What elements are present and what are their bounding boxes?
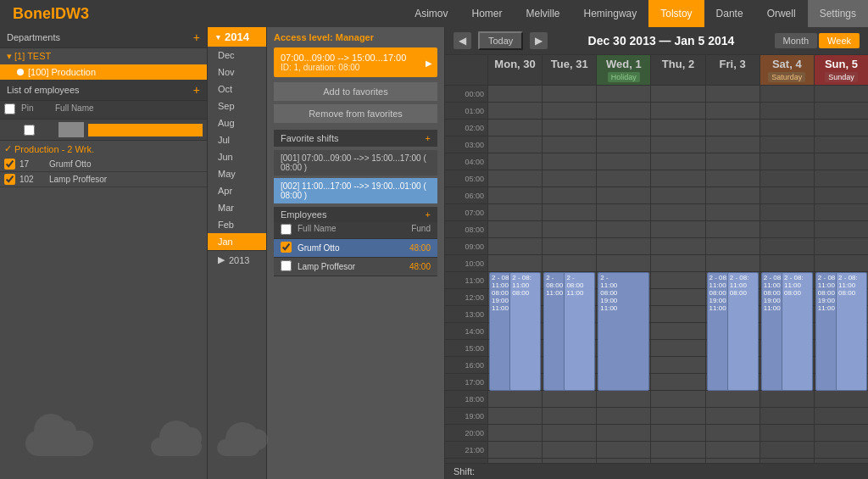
day-cell — [706, 187, 760, 204]
departments-add-btn[interactable]: + — [193, 31, 200, 44]
dept-test[interactable]: ▾ [1] TEST — [0, 48, 207, 64]
day-cell — [488, 425, 542, 442]
month-item-nov[interactable]: Nov — [208, 64, 266, 81]
shift-block[interactable]: 2 -11:0008:0019:0011:00 — [598, 272, 649, 391]
month-item-jun[interactable]: Jun — [208, 148, 266, 165]
day-cell — [488, 442, 542, 459]
emp-mini-row[interactable]: Lamp Proffesor 48:00 — [274, 258, 437, 276]
month-item-jul[interactable]: Jul — [208, 131, 266, 148]
shift-block-2[interactable]: 2 -08:0011:00 — [564, 272, 595, 391]
day-cell — [706, 204, 760, 221]
day-cell — [597, 459, 650, 463]
emp-mini-row[interactable]: Grumf Otto 48:00 — [274, 239, 437, 258]
month-item-apr[interactable]: Apr — [208, 182, 266, 199]
emp-mini-checkbox[interactable] — [281, 242, 292, 253]
day-cell — [597, 408, 650, 425]
add-to-favorites-btn[interactable]: Add to favorites — [274, 82, 437, 101]
emp-mini-row-fund: 48:00 — [388, 243, 431, 253]
day-label: Tue, 31 — [544, 58, 594, 70]
day-cell — [651, 136, 704, 153]
emp-mini-select-all[interactable] — [281, 224, 292, 235]
year-2014-selector[interactable]: ▾ 2014 — [208, 27, 266, 47]
shift-block-2[interactable]: 2 - 08:11:0008:00 — [727, 272, 759, 391]
day-cell — [488, 103, 542, 120]
cal-day-header-2: Wed, 1Holiday — [596, 55, 650, 85]
month-item-dec[interactable]: Dec — [208, 47, 266, 64]
shift-box[interactable]: 07:00...09:00 --> 15:00...17:00 ID: 1, d… — [274, 47, 437, 77]
day-cell — [597, 238, 650, 255]
select-all-checkbox[interactable] — [4, 103, 15, 114]
time-slot: 03:00 — [445, 136, 487, 153]
nav-tab-hemingway[interactable]: Hemingway — [572, 0, 649, 27]
month-item-aug[interactable]: Aug — [208, 114, 266, 131]
shift-block-2[interactable]: 2 - 08:11:0008:00 — [509, 272, 541, 391]
emp-checkbox[interactable] — [4, 159, 15, 170]
month-item-jan[interactable]: Jan — [208, 233, 266, 250]
day-cell — [815, 408, 868, 425]
nav-tab-tolstoy[interactable]: Tolstoy — [648, 0, 704, 27]
day-label: Mon, 30 — [490, 58, 540, 70]
time-slot: 20:00 — [445, 425, 487, 442]
cal-month-btn[interactable]: Month — [775, 33, 818, 48]
day-cell — [706, 136, 760, 153]
cal-prev-btn[interactable]: ◀ — [453, 32, 471, 49]
day-cell — [815, 442, 868, 459]
fav-expand-icon[interactable]: + — [426, 133, 431, 143]
remove-from-favorites-btn[interactable]: Remove from favorites — [274, 104, 437, 123]
nav-tab-homer[interactable]: Homer — [460, 0, 515, 27]
month-item-feb[interactable]: Feb — [208, 216, 266, 233]
day-col-5: 2 - 08:11:0008:0019:0011:002 - 08:11:000… — [760, 86, 814, 463]
emp-name: Grumf Otto — [49, 159, 203, 169]
cal-week-btn[interactable]: Week — [819, 33, 860, 48]
month-item-mar[interactable]: Mar — [208, 199, 266, 216]
emp-checkbox[interactable] — [4, 174, 15, 185]
nav-tab-orwell[interactable]: Orwell — [755, 0, 808, 27]
nav-tab-melville[interactable]: Melville — [515, 0, 572, 27]
day-cell — [815, 391, 868, 408]
time-slot: 16:00 — [445, 357, 487, 374]
nav-tab-asimov[interactable]: Asimov — [403, 0, 459, 27]
fav-item-1[interactable]: [002] 11:00...17:00 -->> 19:00...01:00 (… — [274, 178, 437, 203]
day-cell — [651, 187, 704, 204]
time-slot: 19:00 — [445, 408, 487, 425]
day-cell — [760, 103, 814, 120]
day-cell — [651, 442, 704, 459]
employees-add-btn[interactable]: + — [193, 83, 200, 97]
cal-days-header: Mon, 30Tue, 31Wed, 1HolidayThu, 2Fri, 3S… — [445, 55, 868, 86]
pin-col-header: Pin — [21, 103, 55, 116]
name-col-header: Full Name — [55, 103, 203, 116]
cal-today-btn[interactable]: Today — [478, 31, 523, 50]
fav-header: Favorite shifts + — [274, 130, 437, 147]
day-cell — [815, 86, 868, 103]
dept-production[interactable]: [100] Production — [0, 64, 207, 80]
time-slot: 07:00 — [445, 204, 487, 221]
shift-block-line: 2 - — [600, 274, 647, 281]
emp-mini-row-name: Lamp Proffesor — [298, 262, 388, 271]
day-cell — [760, 204, 814, 221]
shift-block-2[interactable]: 2 - 08:11:0008:00 — [836, 272, 867, 391]
fav-item-0[interactable]: [001] 07:00...09:00 -->> 15:00...17:00 (… — [274, 150, 437, 175]
day-col-3 — [650, 86, 704, 463]
day-cell — [706, 408, 760, 425]
emp-mini-expand[interactable]: + — [426, 209, 431, 220]
year-2013-selector[interactable]: ▶ 2013 — [208, 250, 266, 269]
month-item-oct[interactable]: Oct — [208, 81, 266, 97]
search-check[interactable] — [4, 125, 54, 136]
nav-tab-dante[interactable]: Dante — [704, 0, 755, 27]
day-cell — [488, 120, 542, 136]
emp-mini-row-fund: 48:00 — [388, 262, 431, 271]
cal-next-btn[interactable]: ▶ — [530, 32, 548, 49]
month-item-sep[interactable]: Sep — [208, 97, 266, 114]
month-item-may[interactable]: May — [208, 165, 266, 182]
time-column: 00:0001:0002:0003:0004:0005:0006:0007:00… — [445, 86, 487, 463]
day-cell — [597, 255, 650, 272]
shift-block-2[interactable]: 2 - 08:11:0008:00 — [782, 272, 813, 391]
emp-mini-checkbox[interactable] — [281, 260, 292, 271]
day-cell — [597, 86, 650, 103]
day-cell — [651, 391, 704, 408]
day-cell — [542, 391, 596, 408]
nav-tab-settings[interactable]: Settings — [808, 0, 868, 27]
day-cell — [651, 204, 704, 221]
day-cell — [706, 221, 760, 238]
name-search-input[interactable] — [88, 124, 203, 136]
